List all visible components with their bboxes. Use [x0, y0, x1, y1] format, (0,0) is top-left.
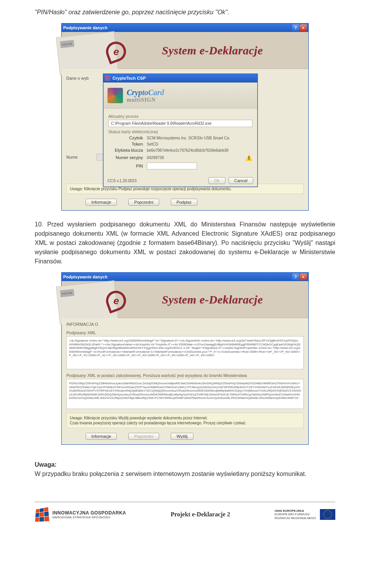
warning-note-2: Uwaga: Kliknięcie przycisku Wyślij powod…: [66, 413, 304, 428]
send-button[interactable]: Wyślij: [171, 433, 193, 440]
ok-button[interactable]: Ok: [209, 177, 225, 184]
label-status-karty: Status karty elektronicznej: [108, 129, 252, 134]
eu-line1: UNIA EUROPEJSKA: [274, 509, 316, 513]
uwaga-body: W przypadku braku połączenia z serwisem …: [35, 469, 335, 479]
previous-button[interactable]: Poprzedni: [128, 199, 159, 206]
csp-dialog: CryptoTech CSP CryptoCard multiSIGN: [103, 74, 258, 187]
info-button[interactable]: Informacje: [86, 199, 117, 206]
titlebar-2: Podpisywanie danych ? ×: [62, 273, 308, 281]
process-path: C:\Program Files\Adobe\Reader 9.0\Reader…: [108, 120, 252, 127]
ig-logo-icon: [35, 507, 49, 522]
close-button-2[interactable]: ×: [300, 273, 307, 280]
side-label-nume: Nume: [66, 155, 93, 159]
uwaga-block: Uwaga: W przypadku braku połączenia z se…: [35, 460, 335, 479]
poltax-tab-2: POLTAX: [60, 289, 74, 297]
value-token: SetCD: [147, 142, 252, 146]
encoded-xml-textarea[interactable]: PGRzOlNpZ25hdHVyZSB4bWxuczpkcz0iaHR0cDov…: [66, 379, 304, 409]
signed-xml-textarea[interactable]: <ds:Signature xmlns:ds="http://www.w3.or…: [66, 336, 304, 369]
eu-line3: ROZWOJU REGIONALNEGO: [274, 516, 316, 520]
value-etykieta: be6e7087efe4ce2c767b24cd8dcb7638e6deb38: [147, 148, 252, 152]
label-aktualny-proces: Aktualny proces: [108, 114, 252, 119]
csp-icon: [105, 75, 110, 81]
label-token: Token: [108, 142, 147, 146]
csp-version: CCS v.1.20.0023: [108, 179, 205, 183]
pin-input[interactable]: [147, 162, 197, 169]
help-button[interactable]: ?: [292, 24, 299, 31]
ig-title: INNOWACYJNA GOSPODARKA: [52, 510, 126, 516]
banner: POLTAX e System e-Deklaracje: [62, 32, 308, 69]
info-button-2[interactable]: Informacje: [86, 433, 117, 440]
sign-button[interactable]: Podpisz: [171, 199, 197, 206]
dialog-body: Dane o wyb Nume CryptoTech CSP CryptoCar…: [62, 69, 308, 210]
label-etykieta: Etykieta klucza: [108, 148, 147, 152]
footer-divider: [35, 502, 335, 502]
cancel-button[interactable]: Cancel: [229, 177, 253, 184]
dialog-body-2: INFORMACJA O Podpisany XML <ds:Signature…: [62, 318, 308, 444]
ig-subtitle: NARODOWA STRATEGIA SPÓJNOŚCI: [52, 516, 126, 519]
paragraph-10: 10. Przed wysłaniem podpisanego dokument…: [35, 220, 335, 266]
window-title-2: Podpisywanie danych: [63, 275, 108, 279]
banner-title: System e-Deklaracje: [162, 44, 263, 57]
banner-title-2: System e-Deklaracje: [162, 293, 263, 306]
screenshot-send-window: Podpisywanie danych ? × POLTAX e System …: [61, 272, 309, 445]
eu-flag-icon: [320, 509, 335, 520]
previous-button-2[interactable]: Poprzedni: [128, 433, 159, 440]
label-numer: Numer seryjny: [108, 155, 147, 160]
csp-header: CryptoCard multiSIGN: [104, 83, 257, 109]
banner-2: POLTAX e System e-Deklaracje: [62, 281, 308, 318]
value-numer: 04289736: [147, 156, 241, 160]
uwaga-heading: Uwaga:: [35, 460, 335, 469]
csp-window-title: CryptoTech CSP: [113, 76, 146, 80]
page-footer: INNOWACYJNA GOSPODARKA NARODOWA STRATEGI…: [35, 508, 335, 521]
window-title: Podpisywanie danych: [63, 25, 108, 30]
warning-icon: !: [246, 154, 252, 161]
close-button[interactable]: ×: [300, 24, 307, 31]
help-button-2[interactable]: ?: [292, 273, 299, 280]
titlebar: Podpisywanie danych ? ×: [62, 23, 308, 32]
side-label-dane: Dane o wyb: [66, 76, 93, 80]
poltax-tab: POLTAX: [60, 40, 74, 48]
multisign-sub: multiSIGN: [127, 97, 156, 103]
footer-center: Projekt e-Deklaracje 2: [171, 511, 230, 518]
multisign-logo-icon: [108, 88, 123, 103]
screenshot-sign-window: Podpisywanie danych ? × POLTAX e System …: [61, 23, 309, 211]
intro-text: "PIN/Hasło" oraz zatwierdzenie go, poprz…: [35, 8, 335, 17]
eu-line2: EUROPEJSKI FUNDUSZ: [274, 513, 316, 516]
value-czytnik: SCM Microsystems Inc. SCR33x USB Smart C…: [147, 136, 252, 140]
section-encoded-xml: Podpisany XML w postaci zakodowanej. Pon…: [66, 373, 304, 378]
section-podpisany-xml: Podpisany XML: [66, 330, 304, 335]
cryptocard-brand: CryptoCard: [127, 88, 164, 97]
csp-titlebar: CryptoTech CSP: [103, 74, 257, 82]
label-pin: PIN: [108, 164, 147, 168]
label-czytnik: Czytnik: [108, 136, 147, 140]
info-title: INFORMACJA O: [66, 322, 304, 327]
